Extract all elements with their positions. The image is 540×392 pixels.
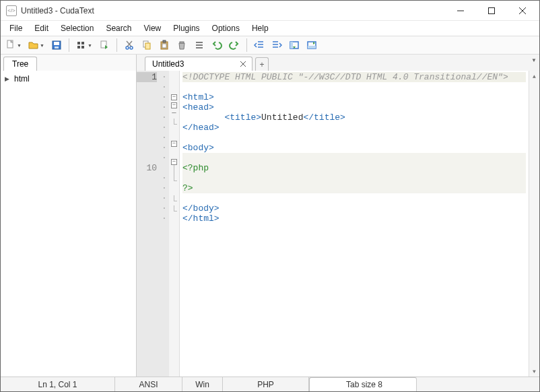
menu-plugins[interactable]: Plugins — [167, 22, 205, 35]
save-button[interactable] — [49, 38, 64, 53]
svg-line-15 — [127, 41, 132, 46]
editor-tab-active[interactable]: Untitled3 — [145, 57, 252, 71]
tree-item-label: html — [14, 74, 30, 84]
menu-help[interactable]: Help — [246, 22, 275, 35]
svg-rect-18 — [145, 43, 150, 49]
minimize-button[interactable] — [445, 1, 476, 21]
indent-button[interactable] — [269, 38, 284, 53]
editor-pane: Untitled3 + ▼ 1 10 ····· — [137, 55, 539, 377]
close-button[interactable] — [507, 1, 538, 21]
svg-rect-11 — [81, 46, 84, 48]
svg-rect-7 — [55, 46, 59, 48]
fold-toggle-icon[interactable]: − — [171, 141, 177, 147]
editor-tab-strip: Untitled3 + ▼ — [137, 55, 539, 71]
app-icon: </> — [6, 5, 17, 16]
svg-rect-35 — [308, 46, 316, 48]
cut-button[interactable] — [122, 38, 137, 53]
status-language[interactable]: PHP — [223, 377, 309, 391]
show-side-button[interactable] — [304, 38, 319, 53]
svg-rect-1 — [489, 7, 495, 13]
menu-edit[interactable]: Edit — [28, 22, 55, 35]
open-file-button[interactable]: ▼ — [26, 38, 46, 53]
menu-search[interactable]: Search — [100, 22, 137, 35]
tree-view[interactable]: ▶ html — [1, 71, 136, 377]
scroll-down-icon[interactable]: ▼ — [529, 366, 539, 377]
fold-toggle-icon[interactable]: − — [171, 102, 177, 108]
tree-item-html[interactable]: ▶ html — [5, 73, 132, 84]
status-encoding[interactable]: ANSI — [115, 377, 182, 391]
svg-rect-33 — [290, 42, 293, 48]
sidebar-tab-strip: Tree — [1, 55, 136, 71]
delete-button[interactable] — [174, 38, 189, 53]
sidebar: Tree ▶ html — [1, 55, 137, 377]
code-editor[interactable]: 1 10 ······· ·· ····· − − − — [137, 71, 539, 377]
maximize-button[interactable] — [476, 1, 507, 21]
select-all-button[interactable] — [192, 38, 207, 53]
window-title: Untitled3 - CudaText — [21, 6, 94, 15]
menu-bar: File Edit Selection Search View Plugins … — [1, 21, 539, 36]
redo-button[interactable] — [227, 38, 242, 53]
svg-point-14 — [130, 46, 133, 49]
tree-toggle-icon[interactable]: ▶ — [5, 75, 11, 82]
recent-button[interactable]: ▼ — [74, 38, 94, 53]
title-bar: </> Untitled3 - CudaText — [1, 1, 539, 21]
fold-toggle-icon[interactable]: − — [171, 94, 177, 100]
menu-selection[interactable]: Selection — [55, 22, 100, 35]
toolbar: ▼ ▼ ▼ — [1, 36, 539, 55]
paste-button[interactable] — [157, 38, 172, 53]
menu-file[interactable]: File — [3, 22, 28, 35]
tab-close-button[interactable] — [238, 59, 248, 69]
tab-add-button[interactable]: + — [255, 57, 269, 71]
status-position[interactable]: Ln 1, Col 1 — [1, 377, 115, 391]
svg-rect-20 — [163, 40, 166, 42]
svg-rect-6 — [54, 42, 59, 45]
unindent-button[interactable] — [252, 38, 267, 53]
vertical-scrollbar[interactable]: ▲ ▼ — [529, 71, 539, 377]
code-body[interactable]: <!DOCTYPE HTML PUBLIC "-//W3C//DTD HTML … — [180, 71, 529, 377]
status-tabsize[interactable]: Tab size 8 — [309, 377, 417, 391]
scroll-up-icon[interactable]: ▲ — [529, 71, 539, 81]
svg-point-13 — [126, 46, 129, 49]
svg-rect-21 — [162, 44, 166, 48]
gutter-line-numbers: 1 10 — [137, 71, 160, 377]
main-area: Tree ▶ html Untitled3 + ▼ 1 — [1, 55, 539, 377]
gutter-marks: ······· ·· ····· — [160, 71, 169, 377]
status-bar: Ln 1, Col 1 ANSI Win PHP Tab size 8 — [1, 377, 539, 391]
svg-rect-10 — [81, 42, 84, 44]
sidebar-tab-tree[interactable]: Tree — [3, 57, 37, 71]
svg-rect-22 — [180, 42, 184, 43]
show-panel-button[interactable] — [287, 38, 302, 53]
reopen-button[interactable] — [97, 38, 112, 53]
tab-label: Untitled3 — [152, 59, 184, 69]
fold-toggle-icon[interactable]: − — [171, 159, 177, 165]
svg-rect-8 — [77, 42, 80, 44]
menu-view[interactable]: View — [137, 22, 167, 35]
copy-button[interactable] — [139, 38, 154, 53]
gutter-fold[interactable]: − − − − − — [169, 71, 180, 377]
svg-rect-9 — [77, 46, 80, 48]
tab-overflow-icon[interactable]: ▼ — [531, 57, 537, 63]
status-eol[interactable]: Win — [182, 377, 223, 391]
menu-options[interactable]: Options — [206, 22, 246, 35]
new-file-button[interactable]: ▼ — [3, 38, 24, 53]
svg-line-16 — [127, 41, 131, 46]
undo-button[interactable] — [209, 38, 224, 53]
